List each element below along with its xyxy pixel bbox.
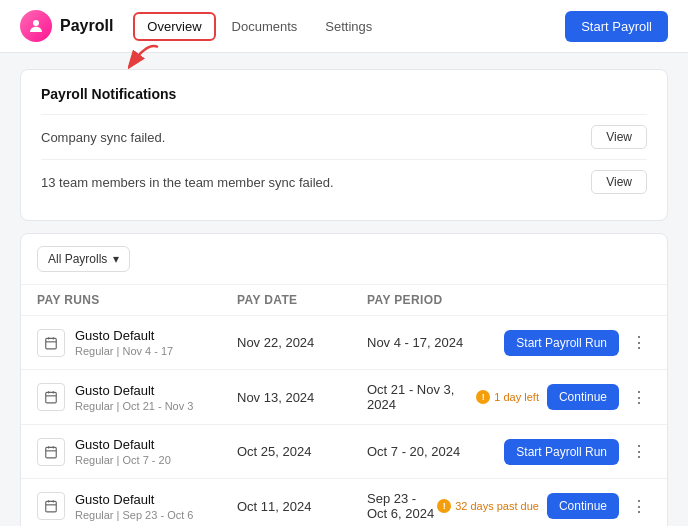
pay-period-2: Oct 21 - Nov 3, 2024 [367,382,476,412]
svg-point-0 [33,20,39,26]
pay-date-1: Nov 22, 2024 [237,335,367,350]
continue-btn-4[interactable]: Continue [547,493,619,519]
pay-runs-card: All Payrolls ▾ Pay Runs Pay Date Pay Per… [20,233,668,526]
nav-settings[interactable]: Settings [313,14,384,39]
more-options-btn-2[interactable]: ⋮ [627,386,651,409]
notification-view-btn-2[interactable]: View [591,170,647,194]
run-name-1: Gusto Default [75,328,237,343]
more-options-btn-4[interactable]: ⋮ [627,495,651,518]
status-badge-4: ! 32 days past due [437,499,539,513]
start-payroll-run-btn-1[interactable]: Start Payroll Run [504,330,619,356]
header-logo: Payroll [20,10,113,42]
nav-overview[interactable]: Overview [133,12,215,41]
calendar-icon [37,329,65,357]
run-info-4: Gusto Default Regular | Sep 23 - Oct 6 [75,492,237,521]
table-row: Gusto Default Regular | Oct 21 - Nov 3 N… [21,370,667,425]
run-cell-2: Gusto Default Regular | Oct 21 - Nov 3 [37,383,237,412]
col-header-pay-period: Pay Period [367,293,651,307]
calendar-icon [37,438,65,466]
run-sub-3: Regular | Oct 7 - 20 [75,454,237,466]
table-row: Gusto Default Regular | Oct 7 - 20 Oct 2… [21,425,667,479]
run-name-3: Gusto Default [75,437,237,452]
row-actions-2: ! 1 day left Continue ⋮ [476,384,651,410]
status-badge-2: ! 1 day left [476,390,539,404]
run-info-3: Gusto Default Regular | Oct 7 - 20 [75,437,237,466]
svg-rect-6 [46,392,57,403]
notification-item-1: Company sync failed. View [41,114,647,159]
warning-dot-icon: ! [437,499,451,513]
run-info-1: Gusto Default Regular | Nov 4 - 17 [75,328,237,357]
calendar-icon [37,383,65,411]
main-content: Payroll Notifications Company sync faile… [0,53,688,526]
row-actions-3: Start Payroll Run ⋮ [504,439,651,465]
app-header: Payroll Overview Documents Settings Star… [0,0,688,53]
notification-view-btn-1[interactable]: View [591,125,647,149]
main-nav: Overview Documents Settings [133,12,545,41]
svg-rect-14 [46,501,57,512]
run-sub-1: Regular | Nov 4 - 17 [75,345,237,357]
more-options-btn-3[interactable]: ⋮ [627,440,651,463]
col-header-pay-runs: Pay Runs [37,293,237,307]
more-options-btn-1[interactable]: ⋮ [627,331,651,354]
header-actions: Start Payroll [565,11,668,42]
run-sub-2: Regular | Oct 21 - Nov 3 [75,400,237,412]
filter-label: All Payrolls [48,252,107,266]
pay-date-2: Nov 13, 2024 [237,390,367,405]
run-cell-4: Gusto Default Regular | Sep 23 - Oct 6 [37,492,237,521]
run-name-2: Gusto Default [75,383,237,398]
notification-text-2: 13 team members in the team member sync … [41,175,334,190]
start-payroll-run-btn-3[interactable]: Start Payroll Run [504,439,619,465]
pay-period-1: Nov 4 - 17, 2024 [367,335,504,350]
run-name-4: Gusto Default [75,492,237,507]
pay-period-3: Oct 7 - 20, 2024 [367,444,504,459]
svg-rect-10 [46,447,57,458]
run-sub-4: Regular | Sep 23 - Oct 6 [75,509,237,521]
pay-period-4: Sep 23 - Oct 6, 2024 [367,491,437,521]
row-actions-4: ! 32 days past due Continue ⋮ [437,493,651,519]
avatar [20,10,52,42]
notifications-title: Payroll Notifications [41,86,647,102]
notification-text-1: Company sync failed. [41,130,165,145]
notifications-card: Payroll Notifications Company sync faile… [20,69,668,221]
row-actions-1: Start Payroll Run ⋮ [504,330,651,356]
nav-documents[interactable]: Documents [220,14,310,39]
calendar-icon [37,492,65,520]
col-header-pay-date: Pay Date [237,293,367,307]
all-payrolls-filter[interactable]: All Payrolls ▾ [37,246,130,272]
table-header: Pay Runs Pay Date Pay Period [21,285,667,316]
pay-date-3: Oct 25, 2024 [237,444,367,459]
run-cell-3: Gusto Default Regular | Oct 7 - 20 [37,437,237,466]
start-payroll-button[interactable]: Start Payroll [565,11,668,42]
svg-rect-2 [46,338,57,349]
run-info-2: Gusto Default Regular | Oct 21 - Nov 3 [75,383,237,412]
table-row: Gusto Default Regular | Sep 23 - Oct 6 O… [21,479,667,526]
filter-row: All Payrolls ▾ [21,234,667,285]
continue-btn-2[interactable]: Continue [547,384,619,410]
table-row: Gusto Default Regular | Nov 4 - 17 Nov 2… [21,316,667,370]
page-title: Payroll [60,17,113,35]
pay-date-4: Oct 11, 2024 [237,499,367,514]
chevron-down-icon: ▾ [113,252,119,266]
warning-dot-icon: ! [476,390,490,404]
run-cell-1: Gusto Default Regular | Nov 4 - 17 [37,328,237,357]
notification-item-2: 13 team members in the team member sync … [41,159,647,204]
